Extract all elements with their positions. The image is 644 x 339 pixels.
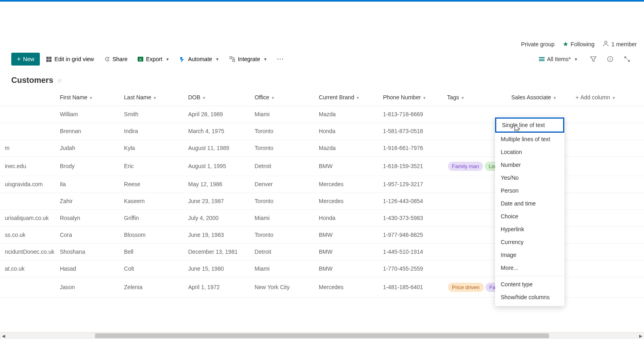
column-dob[interactable]: DOB▼: [183, 89, 250, 106]
cell-dob: June 19, 1983: [183, 226, 250, 243]
cell-office: Miami: [250, 260, 314, 277]
following-toggle[interactable]: ★ Following: [563, 40, 594, 48]
cell-first-name: Shoshana: [55, 243, 119, 260]
dropdown-item[interactable]: Yes/No: [495, 171, 564, 184]
dropdown-item[interactable]: Currency: [495, 236, 564, 249]
cell-empty: [571, 243, 644, 260]
cell-office: Toronto: [250, 193, 314, 210]
dropdown-item[interactable]: Multiple lines of text: [495, 133, 564, 146]
cell-brand: Mazda: [314, 106, 378, 123]
column-last-name[interactable]: Last Name▼: [119, 89, 183, 106]
cell-phone: 1-445-510-1914: [378, 243, 442, 260]
cell-brand: BMW: [314, 226, 378, 243]
excel-icon: X: [137, 56, 144, 62]
edit-grid-button[interactable]: Edit in grid view: [41, 53, 98, 65]
svg-text:X: X: [139, 58, 142, 62]
grid-icon: [45, 56, 52, 62]
cell-first-name: Cora: [55, 226, 119, 243]
integrate-button[interactable]: Integrate ▼: [225, 53, 271, 65]
new-button[interactable]: + New: [11, 53, 40, 66]
cell-brand: Mazda: [314, 140, 378, 156]
dropdown-item[interactable]: More...: [495, 261, 564, 274]
more-commands[interactable]: ···: [273, 53, 288, 65]
cell-partial: m: [0, 140, 55, 156]
chevron-down-icon: ▼: [202, 96, 206, 100]
column-tags[interactable]: Tags▼: [442, 89, 506, 106]
cell-last-name: Reese: [119, 176, 183, 193]
chevron-down-icon: ▼: [263, 57, 267, 62]
column-phone[interactable]: Phone Number▼: [378, 89, 442, 106]
cell-empty: [571, 260, 644, 277]
chevron-down-icon: ▼: [460, 96, 464, 100]
dropdown-item[interactable]: Date and time: [495, 197, 564, 210]
cell-partial: [0, 277, 55, 297]
dropdown-item[interactable]: Choice: [495, 210, 564, 223]
cell-last-name: Colt: [119, 260, 183, 277]
cell-phone: 1-957-129-3217: [378, 176, 442, 193]
person-icon: [603, 40, 609, 48]
automate-icon: [179, 56, 186, 62]
cell-last-name: Bell: [119, 243, 183, 260]
dropdown-item[interactable]: Number: [495, 158, 564, 171]
cell-phone: 1-618-159-3521: [378, 156, 442, 176]
cell-first-name: Rosalyn: [55, 210, 119, 226]
cell-office: Detroit: [250, 243, 314, 260]
export-button[interactable]: X Export ▼: [133, 53, 173, 65]
dropdown-item[interactable]: Single line of text: [495, 117, 564, 133]
add-column-dropdown: Single line of textMultiple lines of tex…: [495, 117, 564, 298]
cell-office: Detroit: [250, 156, 314, 176]
cell-dob: May 12, 1986: [183, 176, 250, 193]
dropdown-item[interactable]: Hyperlink: [495, 223, 564, 236]
cell-dob: December 13, 1981: [183, 243, 250, 260]
cell-empty: [571, 156, 644, 176]
chevron-down-icon: ▼: [271, 96, 275, 100]
cell-partial: inec.edu: [0, 156, 55, 176]
cell-empty: [571, 226, 644, 243]
share-icon: [103, 56, 110, 62]
cell-partial: [0, 106, 55, 123]
cell-first-name: Zahir: [55, 193, 119, 210]
dropdown-item[interactable]: Content type: [495, 278, 564, 291]
filter-button[interactable]: [588, 53, 599, 65]
cell-empty: [571, 277, 644, 297]
column-current-brand[interactable]: Current Brand▼: [314, 89, 378, 106]
cell-phone: 1-126-443-0854: [378, 193, 442, 210]
chevron-down-icon: ▼: [356, 96, 360, 100]
members-count[interactable]: 1 member: [603, 40, 637, 48]
column-first-name[interactable]: First Name▼: [55, 89, 119, 106]
cell-first-name: Brennan: [55, 123, 119, 140]
cell-partial: at.co.uk: [0, 260, 55, 277]
dropdown-item[interactable]: Person: [495, 184, 564, 197]
chevron-down-icon: ▼: [153, 96, 157, 100]
chevron-down-icon: ▼: [553, 96, 557, 100]
list-icon: [539, 57, 545, 61]
favorite-star[interactable]: ☆: [57, 77, 62, 84]
cell-last-name: Kyla: [119, 140, 183, 156]
expand-button[interactable]: [621, 53, 633, 65]
info-button[interactable]: [605, 53, 616, 65]
cell-empty: [571, 140, 644, 156]
cell-dob: August 11, 1989: [183, 140, 250, 156]
header-row: First Name▼ Last Name▼ DOB▼ Office▼ Curr…: [0, 89, 644, 106]
list-title-row: Customers ☆: [0, 68, 644, 89]
column-prev-partial[interactable]: [0, 89, 55, 106]
view-picker[interactable]: All Items* ▼: [535, 53, 582, 65]
dropdown-item[interactable]: Location: [495, 146, 564, 158]
share-button[interactable]: Share: [99, 53, 131, 65]
cell-last-name: Eric: [119, 156, 183, 176]
list-title: Customers: [11, 76, 53, 85]
column-sales-associate[interactable]: Sales Associate▼: [506, 89, 570, 106]
add-column-header[interactable]: +Add column▼: [571, 89, 644, 106]
cell-office: Denver: [250, 176, 314, 193]
automate-button[interactable]: Automate ▼: [175, 53, 223, 65]
cell-brand: Mercedes: [314, 193, 378, 210]
cell-dob: June 15, 1980: [183, 260, 250, 277]
chevron-down-icon: ▼: [165, 57, 169, 62]
cell-brand: BMW: [314, 243, 378, 260]
cell-last-name: Zelenia: [119, 277, 183, 297]
dropdown-item[interactable]: Image: [495, 249, 564, 261]
cell-partial: nciduntDonec.co.uk: [0, 243, 55, 260]
dropdown-item[interactable]: Show/hide columns: [495, 291, 564, 298]
cell-dob: March 4, 1975: [183, 123, 250, 140]
column-office[interactable]: Office▼: [250, 89, 314, 106]
